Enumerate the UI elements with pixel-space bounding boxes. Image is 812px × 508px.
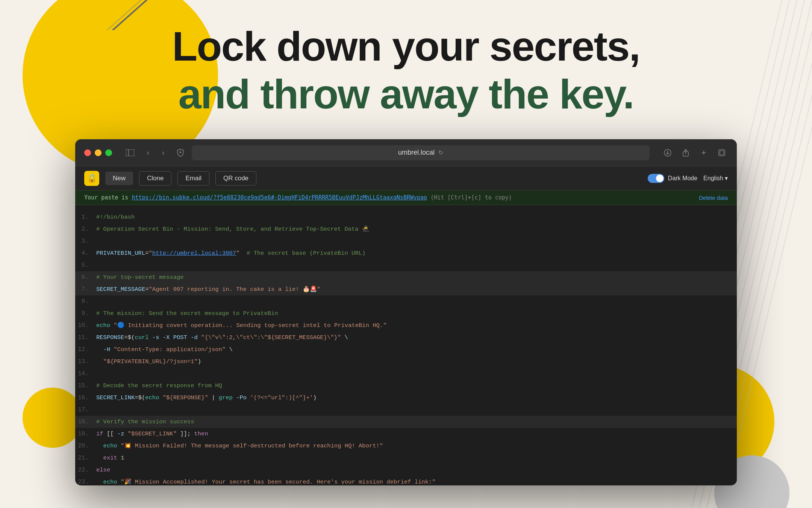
line-content: else — [96, 465, 110, 475]
code-line: 15.# Decode the secret response from HQ — [75, 380, 737, 392]
code-line: 14. — [75, 368, 737, 380]
line-number: 18. — [75, 417, 96, 427]
code-line: 16.SECRET_LINK=$(echo "${RESPONSE}" | gr… — [75, 392, 737, 404]
browser-nav: ‹ › — [142, 147, 169, 159]
line-content: # The mission: Send the secret message t… — [96, 308, 278, 319]
code-line: 11.RESPONSE=$(curl -s -X POST -d "{\"v\"… — [75, 332, 737, 344]
line-number: 10. — [75, 320, 96, 331]
forward-button[interactable]: › — [157, 147, 169, 159]
line-content: # Decode the secret response from HQ — [96, 380, 222, 391]
tabs-icon[interactable] — [716, 147, 728, 159]
notif-link[interactable]: https://bin.subke.cloud/?f5e88230ce9ad5e… — [132, 194, 427, 201]
line-number: 9. — [75, 308, 96, 319]
back-button[interactable]: ‹ — [142, 147, 154, 159]
line-number: 15. — [75, 380, 96, 391]
notif-hint: (Hit [Ctrl]+[c] to copy) — [427, 194, 512, 201]
browser-actions: + — [662, 147, 728, 159]
traffic-light-yellow[interactable] — [95, 149, 102, 156]
line-content: echo "💥 Mission Failed! The message self… — [96, 441, 383, 451]
line-content: SECRET_MESSAGE="Agent 007 reporting in. … — [96, 284, 320, 295]
code-line: 9.# The mission: Send the secret message… — [75, 307, 737, 319]
line-number: 7. — [75, 284, 96, 295]
browser-window: ‹ › umbrel.local ↻ — [75, 139, 737, 485]
line-number: 13. — [75, 356, 96, 367]
code-line: 8. — [75, 295, 737, 307]
line-content: echo "🎉 Mission Accomplished! Your secre… — [96, 477, 436, 484]
address-bar[interactable]: umbrel.local ↻ — [192, 145, 650, 160]
new-tab-icon[interactable]: + — [698, 147, 710, 159]
line-content: "${PRIVATEBIN_URL}/?json=1") — [96, 356, 201, 367]
shield-icon — [175, 148, 186, 158]
share-icon[interactable] — [680, 147, 692, 159]
line-content: SECRET_LINK=$(echo "${RESPONSE}" | grep … — [96, 392, 317, 403]
code-line: 23. echo "🎉 Mission Accomplished! Your s… — [75, 476, 737, 484]
line-number: 4. — [75, 248, 96, 259]
notif-prefix: Your paste is — [84, 194, 132, 201]
clone-button[interactable]: Clone — [139, 171, 171, 186]
headline: Lock down your secrets, and throw away t… — [0, 23, 812, 118]
code-line: 5. — [75, 259, 737, 271]
sidebar-toggle-icon[interactable] — [124, 147, 136, 159]
line-content: RESPONSE=$(curl -s -X POST -d "{\"v\":2,… — [96, 332, 348, 343]
line-number: 11. — [75, 332, 96, 343]
line-number: 8. — [75, 296, 96, 307]
code-line: 13. "${PRIVATEBIN_URL}/?json=1") — [75, 356, 737, 368]
line-content: # Verify the mission success — [96, 417, 194, 427]
line-number: 1. — [75, 212, 96, 222]
traffic-light-red[interactable] — [84, 149, 91, 156]
line-number: 14. — [75, 368, 96, 379]
email-button[interactable]: Email — [177, 171, 209, 186]
line-content: # Operation Secret Bin - Mission: Send, … — [96, 224, 369, 234]
reload-icon[interactable]: ↻ — [438, 149, 443, 156]
line-content: PRIVATEBIN_URL="http://umbrel.local:3007… — [96, 248, 365, 259]
toggle-switch[interactable] — [648, 174, 664, 183]
language-selector[interactable]: English ▾ — [703, 175, 728, 182]
dark-mode-toggle[interactable]: Dark Mode — [648, 174, 697, 183]
browser-chrome: ‹ › umbrel.local ↻ — [75, 139, 737, 166]
line-number: 23. — [75, 477, 96, 484]
delete-data-button[interactable]: Delete data — [699, 195, 728, 201]
line-number: 5. — [75, 260, 96, 271]
code-line: 12. -H "Content-Type: application/json" … — [75, 344, 737, 356]
notification-text: Your paste is https://bin.subke.cloud/?f… — [84, 194, 694, 201]
logo-icon: 🔒 — [87, 173, 97, 183]
app-logo: 🔒 — [84, 171, 99, 186]
code-line: 7.SECRET_MESSAGE="Agent 007 reporting in… — [75, 283, 737, 295]
dark-mode-label: Dark Mode — [668, 175, 697, 182]
notification-bar: Your paste is https://bin.subke.cloud/?f… — [75, 190, 737, 205]
code-line: 10.echo "🔵 Initiating covert operation..… — [75, 319, 737, 332]
code-area: 1.#!/bin/bash2.# Operation Secret Bin - … — [75, 205, 737, 484]
code-line: 17. — [75, 404, 737, 416]
url-text: umbrel.local — [398, 149, 435, 157]
svg-rect-18 — [720, 151, 724, 155]
code-line: 2.# Operation Secret Bin - Mission: Send… — [75, 223, 737, 235]
line-content: # Your top-secret message — [96, 272, 184, 283]
code-line: 3. — [75, 235, 737, 247]
code-line: 1.#!/bin/bash — [75, 211, 737, 223]
bg-circle-yellow-small — [23, 388, 83, 448]
code-line: 18.# Verify the mission success — [75, 416, 737, 428]
line-number: 22. — [75, 465, 96, 475]
line-number: 20. — [75, 441, 96, 451]
line-content: if [[ -z "$SECRET_LINK" ]]; then — [96, 429, 208, 439]
line-number: 12. — [75, 344, 96, 355]
traffic-light-green[interactable] — [105, 149, 112, 156]
line-number: 6. — [75, 272, 96, 283]
headline-line1: Lock down your secrets, — [172, 23, 640, 69]
code-line: 22.else — [75, 464, 737, 476]
line-number: 2. — [75, 224, 96, 234]
app-toolbar: 🔒 New Clone Email QR code Dark Mode Engl… — [75, 166, 737, 190]
qr-button[interactable]: QR code — [215, 171, 256, 186]
code-line: 6.# Your top-secret message — [75, 271, 737, 283]
line-number: 3. — [75, 236, 96, 246]
line-content: exit 1 — [96, 453, 124, 463]
download-icon[interactable] — [662, 147, 674, 159]
line-content: #!/bin/bash — [96, 212, 135, 222]
toggle-knob — [656, 175, 664, 182]
code-line: 20. echo "💥 Mission Failed! The message … — [75, 440, 737, 452]
line-content: -H "Content-Type: application/json" \ — [96, 344, 233, 355]
svg-rect-11 — [126, 149, 134, 156]
traffic-lights — [84, 149, 112, 156]
new-button[interactable]: New — [105, 172, 133, 185]
code-line: 19.if [[ -z "$SECRET_LINK" ]]; then — [75, 428, 737, 440]
